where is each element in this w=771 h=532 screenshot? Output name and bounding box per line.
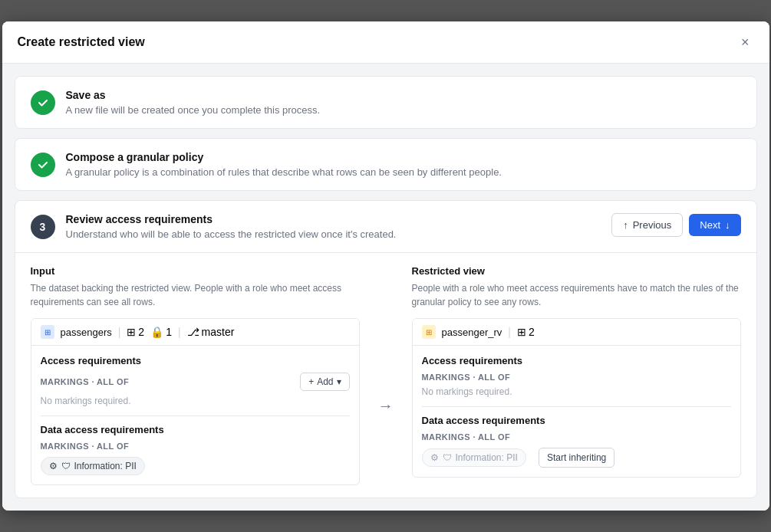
input-data-box: ⊞ passengers | ⊞ 2 🔒 1 bbox=[31, 318, 360, 485]
previous-label: Previous bbox=[633, 219, 672, 231]
add-button[interactable]: + Add ▾ bbox=[300, 373, 349, 391]
pii-tag-label-right: Information: PII bbox=[456, 452, 518, 463]
step-3-actions: ↑ Previous Next ↓ bbox=[611, 213, 740, 237]
shield-icon-right: 🛡 bbox=[443, 452, 452, 463]
restricted-data-box-header: ⊞ passenger_rv | ⊞ 2 bbox=[413, 319, 740, 346]
modal-body: Save as A new file will be created once … bbox=[2, 64, 769, 511]
tag-row-left: ⚙ 🛡 Information: PII bbox=[41, 457, 350, 475]
input-col-title: Input bbox=[31, 265, 360, 277]
step-3-description: Understand who will be able to access th… bbox=[66, 228, 397, 240]
next-button[interactable]: Next ↓ bbox=[689, 214, 740, 236]
start-inheriting-button[interactable]: Start inheriting bbox=[539, 448, 614, 468]
restricted-columns-meta: ⊞ 2 bbox=[517, 326, 535, 338]
divider-left bbox=[41, 415, 350, 416]
lock-icon: 🔒 bbox=[150, 326, 163, 338]
step-3-card: 3 Review access requirements Understand … bbox=[15, 200, 757, 498]
pii-tag-left[interactable]: ⚙ 🛡 Information: PII bbox=[41, 457, 145, 475]
data-access-markings-label-right: MARKINGS · All of bbox=[422, 432, 731, 442]
arrow-divider: → bbox=[372, 265, 400, 485]
restricted-columns-icon: ⊞ bbox=[517, 326, 526, 338]
next-label: Next bbox=[700, 219, 720, 231]
restricted-data-box-body: Access requirements MARKINGS · All of No… bbox=[413, 346, 740, 477]
no-markings-right: No markings required. bbox=[422, 386, 731, 397]
restricted-columns-count: 2 bbox=[529, 326, 535, 338]
settings-icon-left: ⚙ bbox=[49, 461, 58, 471]
input-locks-count: 1 bbox=[166, 326, 172, 338]
step-2-check-icon bbox=[31, 153, 55, 177]
step-3-content: Review access requirements Understand wh… bbox=[66, 213, 397, 240]
right-arrow-icon: → bbox=[378, 397, 394, 415]
input-columns-meta: ⊞ 2 bbox=[127, 326, 144, 338]
plus-icon: + bbox=[308, 376, 314, 387]
columns-icon: ⊞ bbox=[127, 326, 136, 338]
modal-header: Create restricted view × bbox=[2, 21, 769, 64]
arrow-down-icon: ↓ bbox=[725, 219, 730, 231]
separator-3: | bbox=[508, 326, 511, 338]
restricted-data-box: ⊞ passenger_rv | ⊞ 2 Access requir bbox=[412, 318, 741, 478]
restricted-col-title: Restricted view bbox=[412, 265, 741, 277]
pii-tag-right: ⚙ 🛡 Information: PII bbox=[422, 448, 526, 467]
step-3-body: Input The dataset backing the restricted… bbox=[15, 253, 756, 498]
input-data-box-header: ⊞ passengers | ⊞ 2 🔒 1 bbox=[31, 319, 359, 346]
markings-label-right: MARKINGS · All of bbox=[422, 373, 511, 382]
tag-row-right: ⚙ 🛡 Information: PII Start inheriting bbox=[422, 448, 731, 468]
step-3-header: 3 Review access requirements Understand … bbox=[15, 201, 756, 253]
step-3-title: Review access requirements bbox=[66, 213, 397, 225]
input-data-box-body: Access requirements MARKINGS · All of + … bbox=[31, 346, 359, 484]
settings-icon-right: ⚙ bbox=[430, 452, 439, 463]
modal-title: Create restricted view bbox=[18, 35, 145, 49]
no-markings-left: No markings required. bbox=[41, 396, 350, 406]
step-2-title: Compose a granular policy bbox=[66, 151, 741, 163]
input-dataset-name: passengers bbox=[61, 327, 112, 338]
step-2-content: Compose a granular policy A granular pol… bbox=[66, 151, 741, 178]
columns-container: Input The dataset backing the restricted… bbox=[31, 265, 741, 485]
data-access-markings-label-left: MARKINGS · All of bbox=[41, 442, 350, 451]
arrow-up-icon: ↑ bbox=[623, 219, 628, 231]
markings-row-right: MARKINGS · All of bbox=[422, 373, 731, 382]
shield-icon-left: 🛡 bbox=[61, 461, 71, 471]
access-req-title-right: Access requirements bbox=[422, 355, 731, 366]
separator-1: | bbox=[118, 326, 121, 338]
data-access-title-right: Data access requirements bbox=[422, 415, 731, 426]
step-1-check-icon bbox=[31, 90, 55, 115]
input-columns-count: 2 bbox=[138, 326, 144, 338]
markings-label-left: MARKINGS · All of bbox=[41, 377, 130, 386]
step-2-description: A granular policy is a combination of ru… bbox=[66, 166, 741, 178]
pii-tag-label-left: Information: PII bbox=[74, 461, 137, 471]
restricted-col-subtitle: People with a role who meet access requi… bbox=[412, 281, 741, 309]
branch-icon: ⎇ bbox=[187, 326, 199, 338]
input-col-subtitle: The dataset backing the restricted view.… bbox=[31, 281, 360, 309]
separator-2: | bbox=[178, 326, 181, 338]
step-1-content: Save as A new file will be created once … bbox=[66, 89, 741, 116]
input-locks-meta: 🔒 1 bbox=[150, 326, 172, 338]
step-2-card: Compose a granular policy A granular pol… bbox=[15, 138, 757, 191]
input-branch-meta: ⎇ master bbox=[187, 326, 235, 338]
add-label: Add bbox=[317, 376, 333, 387]
dataset-grid-icon: ⊞ bbox=[41, 325, 54, 339]
input-branch-name: master bbox=[202, 326, 235, 338]
step-1-card: Save as A new file will be created once … bbox=[15, 76, 757, 129]
step-1-description: A new file will be created once you comp… bbox=[66, 104, 741, 116]
restricted-grid-icon: ⊞ bbox=[422, 325, 436, 339]
input-column: Input The dataset backing the restricted… bbox=[31, 265, 372, 485]
data-access-title-left: Data access requirements bbox=[41, 424, 350, 435]
restricted-column: Restricted view People with a role who m… bbox=[400, 265, 741, 485]
access-req-title-left: Access requirements bbox=[41, 355, 350, 366]
step-3-number-icon: 3 bbox=[31, 215, 55, 239]
restricted-dataset-name: passenger_rv bbox=[442, 327, 502, 338]
create-restricted-view-modal: Create restricted view × Save as A new f… bbox=[2, 21, 769, 511]
step-1-title: Save as bbox=[66, 89, 741, 101]
step-3-header-left: 3 Review access requirements Understand … bbox=[31, 213, 397, 240]
divider-right bbox=[422, 406, 731, 407]
previous-button[interactable]: ↑ Previous bbox=[611, 213, 683, 237]
chevron-down-icon: ▾ bbox=[337, 376, 341, 387]
close-button[interactable]: × bbox=[736, 34, 754, 51]
markings-row-left: MARKINGS · All of + Add ▾ bbox=[41, 373, 350, 391]
